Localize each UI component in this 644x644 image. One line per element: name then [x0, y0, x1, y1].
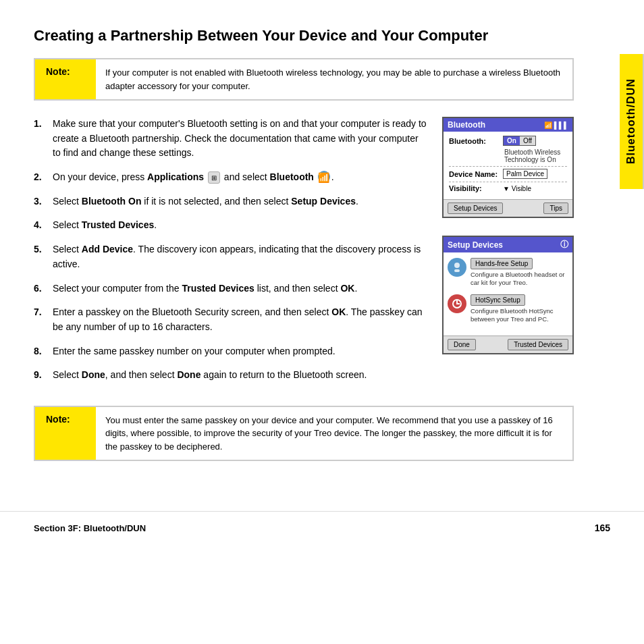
setup-info-icon: ⓘ [560, 239, 568, 250]
side-tab: Bluetooth/DUN [620, 54, 644, 189]
hotsync-option: HotSync Setup Configure Bluetooth HotSyn… [448, 294, 568, 324]
setup-title-bar: Setup Devices ⓘ [444, 237, 572, 252]
step-4-text: Select Trusted Devices. [53, 218, 429, 233]
bt-tech-text: Bluetooth WirelessTechnology is On [504, 149, 567, 163]
main-content: Creating a Partnership Between Your Devi… [0, 0, 608, 504]
step-5: 5. Select Add Device. The discovery icon… [34, 242, 429, 271]
step-5-text: Select Add Device. The discovery icon ap… [53, 242, 429, 271]
bt-on-off-toggle[interactable]: On Off [503, 136, 536, 146]
steps-column: 1. Make sure that your computer's Blueto… [34, 117, 429, 399]
step-8: 8. Enter the same passkey number on your… [34, 344, 429, 359]
step-9-num: 9. [34, 368, 53, 382]
hands-free-icon [448, 258, 466, 277]
bt-device-name-label: Device Name: [449, 170, 503, 178]
tips-button[interactable]: Tips [543, 203, 568, 214]
bt-visibility-value[interactable]: ▼ Visible [503, 185, 531, 192]
bluetooth-screenshot: Bluetooth 📶 ▌▌▌ Bluetooth: On Off [442, 117, 574, 218]
step-6-num: 6. [34, 281, 53, 296]
setup-footer: Done Trusted Devices [444, 336, 572, 353]
steps-list: 1. Make sure that your computer's Blueto… [34, 117, 429, 383]
page-footer: Section 3F: Bluetooth/DUN 165 [0, 511, 644, 540]
step-4: 4. Select Trusted Devices. [34, 218, 429, 233]
step-9-text: Select Done, and then select Done again … [53, 368, 429, 383]
step-3: 3. Select Bluetooth On if it is not sele… [34, 194, 429, 209]
bt-icon-signal: ▌▌▌ [554, 122, 568, 129]
step-6-text: Select your computer from the Trusted De… [53, 281, 429, 296]
step-8-text: Enter the same passkey number on your co… [53, 344, 429, 359]
step-7-num: 7. [34, 305, 53, 319]
bt-device-name-value[interactable]: Palm Device [503, 169, 547, 179]
svg-point-0 [454, 263, 460, 268]
step-7-text: Enter a passkey on the Bluetooth Securit… [53, 305, 429, 334]
applications-icon: ⊞ [208, 171, 220, 184]
bt-body: Bluetooth: On Off Bluetooth WirelessTech… [444, 132, 572, 199]
svg-rect-1 [454, 269, 460, 272]
bt-visibility-row: Visibility: ▼ Visible [449, 184, 567, 192]
step-2: 2. On your device, press Applications ⊞ … [34, 170, 429, 185]
bt-bluetooth-label: Bluetooth: [449, 137, 503, 145]
step-7: 7. Enter a passkey on the Bluetooth Secu… [34, 305, 429, 334]
bt-on-btn[interactable]: On [504, 136, 520, 145]
page-title: Creating a Partnership Between Your Devi… [34, 27, 574, 45]
note-box-top: Note: If your computer is not enabled wi… [34, 58, 574, 101]
trusted-devices-button[interactable]: Trusted Devices [508, 339, 568, 350]
done-button[interactable]: Done [448, 339, 476, 350]
step-9: 9. Select Done, and then select Done aga… [34, 368, 429, 383]
bt-divider-2 [449, 182, 567, 182]
hotsync-text: HotSync Setup Configure Bluetooth HotSyn… [471, 294, 568, 324]
step-5-num: 5. [34, 242, 53, 257]
step-2-num: 2. [34, 170, 53, 184]
bt-title-text: Bluetooth [448, 120, 485, 130]
hotsync-button[interactable]: HotSync Setup [471, 294, 525, 306]
bt-footer: Setup Devices Tips [444, 199, 572, 217]
bt-divider-1 [449, 166, 567, 167]
hands-free-option: Hands-free Setup Configure a Bluetooth h… [448, 258, 568, 288]
footer-section-label: Section 3F: Bluetooth/DUN [34, 523, 146, 533]
bt-bluetooth-row: Bluetooth: On Off [449, 136, 567, 146]
note-box-bottom: Note: You must enter the same passkey on… [34, 406, 574, 462]
hands-free-text: Hands-free Setup Configure a Bluetooth h… [471, 258, 568, 288]
bt-title-bar: Bluetooth 📶 ▌▌▌ [444, 118, 572, 132]
screenshots-column: Bluetooth 📶 ▌▌▌ Bluetooth: On Off [442, 117, 574, 354]
note-text-top: If your computer is not enabled with Blu… [96, 59, 572, 99]
setup-devices-screenshot: Setup Devices ⓘ Hands-free Setup [442, 236, 574, 354]
hotsync-desc: Configure Bluetooth HotSync between your… [471, 307, 568, 324]
step-4-num: 4. [34, 218, 53, 232]
step-1: 1. Make sure that your computer's Blueto… [34, 117, 429, 161]
bt-off-btn[interactable]: Off [520, 136, 535, 145]
steps-section: 1. Make sure that your computer's Blueto… [34, 117, 574, 399]
note-label-top: Note: [35, 59, 96, 99]
footer-page-number: 165 [595, 522, 610, 533]
note-label-bottom: Note: [35, 407, 96, 460]
step-3-num: 3. [34, 194, 53, 209]
setup-devices-button[interactable]: Setup Devices [448, 203, 503, 214]
bt-visibility-label: Visibility: [449, 184, 503, 192]
hands-free-button[interactable]: Hands-free Setup [471, 258, 533, 269]
bluetooth-icon: 📶 [318, 171, 330, 183]
note-text-bottom: You must enter the same passkey on your … [96, 407, 572, 460]
step-8-num: 8. [34, 344, 53, 358]
setup-title-text: Setup Devices [448, 240, 503, 250]
step-1-num: 1. [34, 117, 53, 131]
hotsync-icon [448, 294, 466, 313]
step-3-text: Select Bluetooth On if it is not selecte… [53, 194, 429, 209]
bt-device-name-row: Device Name: Palm Device [449, 169, 567, 179]
step-1-text: Make sure that your computer's Bluetooth… [53, 117, 429, 161]
step-2-text: On your device, press Applications ⊞ and… [53, 170, 429, 185]
setup-body: Hands-free Setup Configure a Bluetooth h… [444, 252, 572, 336]
bt-title-icons: 📶 ▌▌▌ [544, 122, 568, 129]
bt-icon-bt: 📶 [544, 122, 552, 129]
hands-free-desc: Configure a Bluetooth headset or car kit… [471, 271, 568, 288]
step-6: 6. Select your computer from the Trusted… [34, 281, 429, 296]
